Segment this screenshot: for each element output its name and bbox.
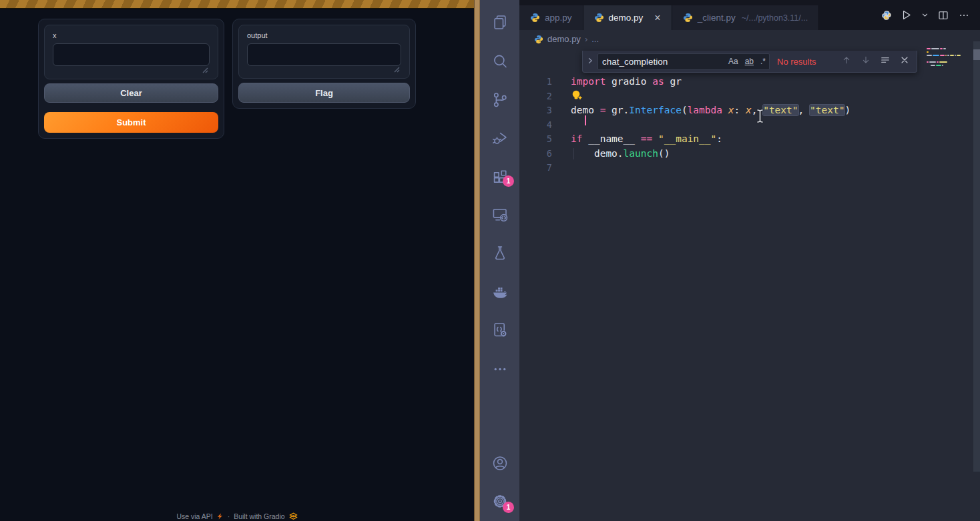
footer-separator: · <box>228 512 230 520</box>
tab-path-hint: ~/.../python3.11/... <box>742 13 808 23</box>
activity-bar: 1 1 <box>480 0 519 521</box>
run-dropdown-icon[interactable] <box>921 11 929 19</box>
minimap-segment <box>940 55 945 56</box>
use-via-api-link[interactable]: Use via API <box>176 512 212 520</box>
close-tab-icon[interactable]: × <box>654 13 660 23</box>
code-line[interactable]: 7 <box>519 161 980 175</box>
code-token: : <box>734 105 745 115</box>
scrollbar-thumb[interactable] <box>973 49 980 60</box>
window-resize-divider[interactable] <box>474 0 480 521</box>
minimap-segment <box>936 65 941 66</box>
screen: x Clear Submit output Flag Use via API <box>0 0 980 521</box>
source-control-icon[interactable] <box>491 91 509 109</box>
code-token: __name__ <box>582 133 640 144</box>
toggle-replace-icon[interactable] <box>583 55 597 67</box>
code-token <box>722 105 728 115</box>
code-line[interactable]: 5if __name__ == "__main__": <box>519 132 980 147</box>
code-token: "text" <box>810 105 844 115</box>
split-editor-icon[interactable] <box>937 9 949 21</box>
tab-client-py[interactable]: _client.py ~/.../python3.11/... <box>672 5 820 30</box>
gradio-output-column: output Flag <box>232 19 416 109</box>
code-token: ) <box>844 105 850 115</box>
regex-toggle[interactable]: .* <box>757 57 769 66</box>
run-button[interactable] <box>900 9 913 21</box>
breadcrumb[interactable]: demo.py › ... <box>519 30 980 48</box>
gradio-logo-icon <box>289 512 298 520</box>
minimap-row <box>927 65 965 66</box>
minimap-segment <box>931 48 939 49</box>
code-token: "__main__" <box>658 133 716 144</box>
editor-scrollbar[interactable] <box>973 41 980 472</box>
bolt-icon <box>217 513 224 520</box>
resize-handle-icon[interactable] <box>394 67 400 73</box>
built-with-gradio-link[interactable]: Built with Gradio <box>234 512 284 520</box>
minimap-segment <box>945 55 947 56</box>
code-token: import <box>571 76 605 87</box>
code-token: lambda <box>688 105 722 115</box>
code-token: gr <box>664 76 682 87</box>
run-debug-icon[interactable] <box>491 129 509 147</box>
code-line[interactable]: 4 <box>519 118 980 133</box>
tab-demo-py[interactable]: demo.py × <box>583 5 672 30</box>
next-match-icon[interactable] <box>861 55 871 68</box>
more-actions-icon[interactable] <box>958 9 970 21</box>
code-line[interactable]: 3demo = gr.Interface(lambda x: x, "text"… <box>519 103 980 118</box>
indent-guide <box>573 148 574 160</box>
code-token: "text" <box>763 105 798 115</box>
more-views-icon[interactable] <box>491 360 509 378</box>
python-icon <box>882 11 891 20</box>
python-icon <box>594 13 604 23</box>
minimap[interactable] <box>927 48 965 68</box>
docker-icon[interactable] <box>491 283 509 301</box>
minimap-row <box>927 51 965 53</box>
x-textarea[interactable] <box>53 43 210 66</box>
gradio-app: x Clear Submit output Flag Use via API <box>0 0 474 521</box>
find-input[interactable] <box>598 57 725 67</box>
lightbulb-sparkle-icon[interactable] <box>571 89 584 101</box>
gradio-footer: Use via API · Built with Gradio <box>0 511 474 521</box>
remote-explorer-icon[interactable] <box>491 206 509 224</box>
code-token: () <box>658 148 670 159</box>
tab-app-py[interactable]: app.py <box>519 5 583 30</box>
line-number: 7 <box>519 161 552 175</box>
line-number: 3 <box>519 103 552 118</box>
find-in-selection-icon[interactable] <box>880 55 891 68</box>
clear-button[interactable]: Clear <box>44 83 218 103</box>
output-textarea[interactable] <box>247 43 401 66</box>
minimap-row <box>927 61 965 63</box>
text-caret <box>585 115 586 125</box>
previous-match-icon[interactable] <box>841 55 852 68</box>
account-icon[interactable] <box>491 454 509 472</box>
code-line[interactable]: 2 <box>519 89 980 104</box>
breadcrumb-file[interactable]: demo.py <box>547 34 581 44</box>
python-icon <box>530 13 540 23</box>
line-number: 5 <box>519 132 552 147</box>
resize-handle-icon[interactable] <box>202 67 208 73</box>
explorer-icon[interactable] <box>491 13 509 31</box>
input-label: x <box>45 25 218 39</box>
line-number: 4 <box>519 118 552 133</box>
editor-area: app.py demo.py × _client.py ~/.../python… <box>519 0 980 521</box>
submit-button[interactable]: Submit <box>44 112 218 133</box>
code-view[interactable]: 1import gradio as gr23demo = gr.Interfac… <box>519 75 980 175</box>
find-input-box: Aa ab .* <box>597 53 770 70</box>
testing-beaker-icon[interactable] <box>491 244 509 262</box>
code-runner-icon[interactable] <box>491 321 509 339</box>
code-line[interactable]: 1import gradio as gr <box>519 75 980 89</box>
whole-word-toggle[interactable]: ab <box>742 57 757 66</box>
code-token: , <box>798 105 810 115</box>
minimap-segment <box>947 55 949 56</box>
minimap-segment <box>927 48 931 49</box>
editor[interactable]: Aa ab .* No results 1import gradio as gr… <box>519 48 980 521</box>
search-icon[interactable] <box>491 52 509 70</box>
code-token: gr. <box>605 105 629 115</box>
minimap-segment <box>933 55 939 56</box>
breadcrumb-symbol[interactable]: ... <box>591 34 599 44</box>
flag-button[interactable]: Flag <box>238 83 410 103</box>
close-find-icon[interactable] <box>899 55 910 68</box>
code-token: == <box>641 133 652 144</box>
code-token: Interface <box>629 105 682 115</box>
match-case-toggle[interactable]: Aa <box>725 57 742 66</box>
code-line[interactable]: 6 demo.launch() <box>519 147 980 161</box>
minimap-segment <box>950 55 954 56</box>
